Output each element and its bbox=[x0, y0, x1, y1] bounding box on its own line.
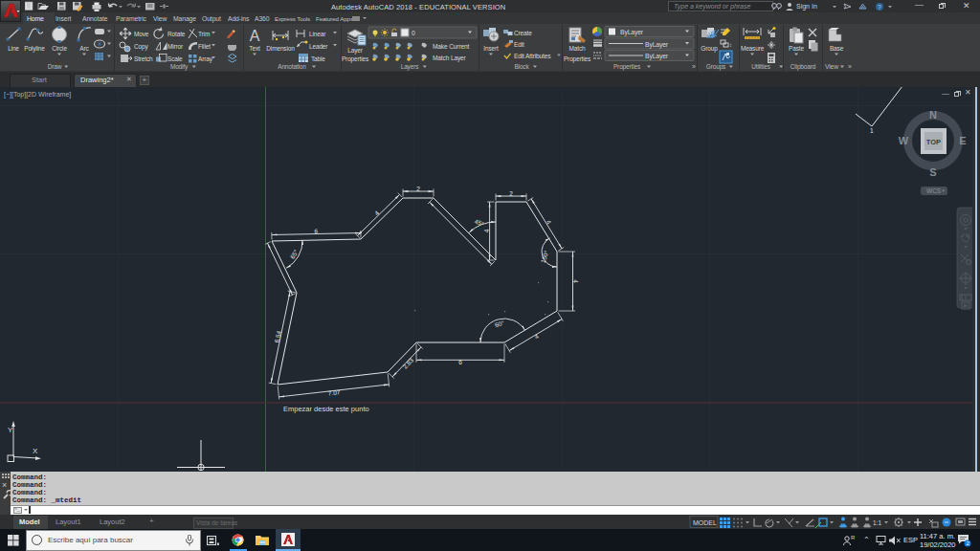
svg-text:A: A bbox=[250, 28, 260, 44]
svg-text:2: 2 bbox=[416, 186, 420, 192]
svg-text:6: 6 bbox=[458, 359, 462, 365]
svg-text:R: R bbox=[851, 535, 856, 540]
svg-text:WCS: WCS bbox=[926, 187, 942, 194]
svg-text:4: 4 bbox=[373, 209, 381, 217]
svg-text:4: 4 bbox=[483, 229, 490, 232]
svg-text:7.07: 7.07 bbox=[327, 388, 341, 396]
svg-text:↕: ↕ bbox=[729, 42, 732, 48]
svg-text:Fillet: Fillet bbox=[198, 43, 211, 50]
svg-text:N: N bbox=[929, 109, 937, 121]
svg-text:View: View bbox=[825, 63, 838, 70]
svg-text:Match: Match bbox=[569, 45, 586, 52]
svg-text:Copy: Copy bbox=[134, 43, 148, 51]
svg-text:Move: Move bbox=[134, 31, 149, 37]
svg-text:S: S bbox=[929, 166, 936, 178]
svg-text:E: E bbox=[959, 135, 966, 146]
svg-text:Layers: Layers bbox=[401, 63, 420, 71]
svg-text:»: » bbox=[848, 63, 852, 70]
svg-text:Insert: Insert bbox=[483, 45, 499, 52]
svg-text:Paste: Paste bbox=[789, 45, 804, 52]
svg-text:2: 2 bbox=[509, 190, 513, 197]
svg-text:4: 4 bbox=[533, 333, 540, 341]
svg-text:Measure: Measure bbox=[741, 45, 765, 52]
svg-text:Edit: Edit bbox=[514, 41, 524, 48]
svg-text:×: × bbox=[2, 480, 7, 490]
svg-text:65°: 65° bbox=[289, 248, 300, 259]
svg-text:Rotate: Rotate bbox=[167, 31, 186, 37]
svg-text:Table: Table bbox=[311, 55, 325, 62]
svg-text:Annotation: Annotation bbox=[278, 63, 306, 70]
svg-text:Trim: Trim bbox=[198, 31, 210, 37]
svg-text:Dimension: Dimension bbox=[266, 45, 295, 52]
svg-text:4: 4 bbox=[546, 219, 553, 226]
svg-text:W: W bbox=[899, 135, 909, 146]
svg-text:Match Layer: Match Layer bbox=[433, 55, 467, 62]
svg-text:Clipboard: Clipboard bbox=[791, 63, 816, 71]
svg-text:MODEL: MODEL bbox=[693, 519, 717, 526]
svg-text:Modify: Modify bbox=[170, 63, 189, 71]
svg-text:1: 1 bbox=[870, 127, 874, 134]
svg-text:?: ? bbox=[878, 4, 881, 11]
svg-text:45°: 45° bbox=[474, 218, 485, 228]
svg-text:Y: Y bbox=[8, 426, 13, 434]
svg-text:ByLayer: ByLayer bbox=[645, 53, 669, 60]
svg-text:Circle: Circle bbox=[52, 45, 67, 52]
svg-text:Scale: Scale bbox=[167, 55, 183, 62]
svg-text:Polyline: Polyline bbox=[24, 45, 45, 53]
svg-text:ByLayer: ByLayer bbox=[645, 41, 669, 49]
svg-text:150°: 150° bbox=[540, 249, 550, 263]
svg-text:1:1: 1:1 bbox=[873, 519, 881, 526]
svg-text:Arc: Arc bbox=[79, 45, 89, 52]
svg-text:6: 6 bbox=[314, 228, 318, 234]
svg-text:Properties: Properties bbox=[613, 63, 641, 71]
svg-text:TOP: TOP bbox=[926, 138, 941, 146]
svg-text:X: X bbox=[33, 447, 38, 455]
svg-text:2.83: 2.83 bbox=[402, 356, 415, 369]
svg-text:ByLayer: ByLayer bbox=[620, 29, 644, 36]
svg-text:Create: Create bbox=[514, 30, 532, 36]
svg-text:Leader: Leader bbox=[309, 43, 328, 50]
svg-text:Base: Base bbox=[830, 45, 844, 52]
svg-text:4: 4 bbox=[572, 279, 579, 283]
svg-text:Properties: Properties bbox=[342, 55, 369, 63]
svg-text:Empezar desde este punto: Empezar desde este punto bbox=[283, 405, 369, 413]
svg-text:Line: Line bbox=[8, 45, 19, 52]
svg-text:Draw: Draw bbox=[48, 63, 62, 70]
svg-text:Layer: Layer bbox=[347, 47, 363, 55]
svg-text:Utilities: Utilities bbox=[751, 63, 770, 70]
svg-text:Mirror: Mirror bbox=[167, 43, 184, 50]
svg-text:Stretch: Stretch bbox=[134, 55, 153, 62]
svg-text:Properties: Properties bbox=[564, 55, 591, 63]
svg-text:0: 0 bbox=[412, 30, 415, 36]
svg-text:60°: 60° bbox=[494, 320, 505, 328]
svg-text:6.54: 6.54 bbox=[273, 330, 282, 343]
svg-text:Groups: Groups bbox=[706, 63, 726, 71]
svg-text:Block: Block bbox=[514, 63, 529, 70]
svg-text:Linear: Linear bbox=[309, 31, 326, 37]
svg-text:Sign In: Sign In bbox=[796, 3, 817, 11]
svg-text:Make Current: Make Current bbox=[433, 43, 469, 50]
svg-text:Group: Group bbox=[701, 45, 718, 53]
svg-text:Edit Attributes: Edit Attributes bbox=[514, 53, 551, 59]
svg-text:Array: Array bbox=[198, 55, 213, 63]
svg-text:Text: Text bbox=[249, 45, 260, 52]
svg-text:»: » bbox=[692, 63, 696, 70]
